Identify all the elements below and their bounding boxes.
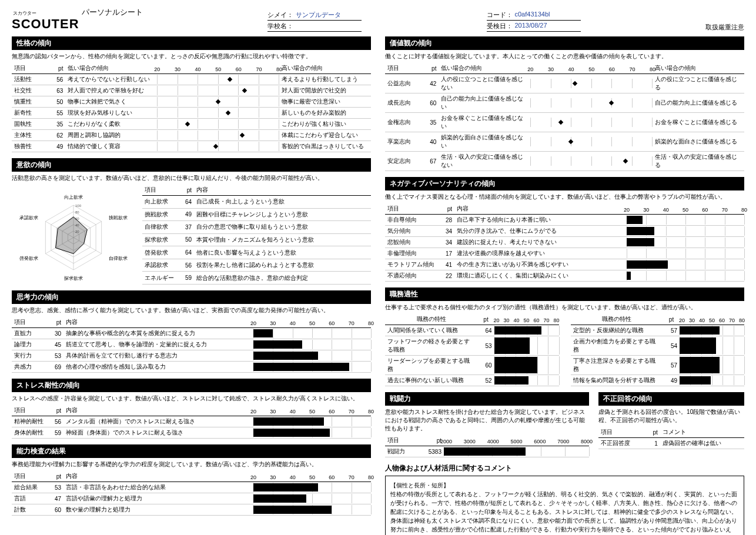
- meta-left: シメイ：サンプルデータ 学校名：: [267, 11, 362, 32]
- table-row: 安定志向67生活・収入の安定に価値を感じない生活・収入の安定に価値を感じる: [385, 152, 744, 171]
- table-row: 享楽志向40娯楽的な面白さに価値を感じない娯楽的な面白さに価値を感じる: [385, 132, 744, 152]
- section-title: 性格の傾向: [12, 36, 371, 50]
- table-row: 論理力45筋道立てて思考し、物事を論理的・定量的に捉える力: [12, 339, 371, 350]
- table-row: 独善性49情緒的で優しく寛容客観的で白黒はっきりしている: [12, 141, 371, 152]
- table-row: 啓発欲求64他者に良い影響を与えようという意欲: [142, 246, 371, 259]
- meta-right: コード：c0af43134bl 受検日：2013/08/27: [487, 11, 581, 32]
- table-row: 探求欲求50本質や理由・メカニズムを知ろうという意欲: [142, 233, 371, 246]
- table-row: 公益志向42人の役に立つことに価値を感じない人の役に立つことに価値を感じる: [385, 74, 744, 93]
- radar-chart: 20406080100向上欲求挑戦欲求自律欲求探求欲求啓発欲求承認欲求: [12, 185, 135, 285]
- table-row: 企画力や創造力を必要とする職務54: [571, 336, 745, 356]
- svg-text:向上欲求: 向上欲求: [64, 195, 83, 200]
- header: スカウター SCOUTER パーソナルシート シメイ：サンプルデータ 学校名： …: [12, 7, 744, 32]
- table-row: 精神的耐性56メンタル面（精神面）でのストレスに耐える強さ: [12, 416, 371, 427]
- section-thinking: 思考力の傾向 思考や意志、感覚、感情に基づく能力を測定しています。数値が高いほど…: [12, 290, 371, 373]
- table-row: モラトリアム傾向41今の生き方に迷いがあり不満を感じやすい: [385, 259, 744, 270]
- table-row: 向上欲求64自己成長・向上しようという意欲: [142, 196, 371, 209]
- table-row: 固執性35こだわりがなく柔軟こだわりが強く粘り強い: [12, 119, 371, 130]
- scale-ticks: 20304050607080: [157, 64, 279, 72]
- table-row: 活動性56考えてからでないと行動しない考えるよりも行動してしまう: [12, 74, 371, 85]
- table-row: 身体的耐性59神経面（身体面）でのストレスに耐える強さ: [12, 427, 371, 439]
- section-ability: 能力検査の結果 事務処理能力や理解力に影響する基礎的な学力の程度を測定しています…: [12, 444, 371, 516]
- svg-text:啓発欲求: 啓発欲求: [19, 256, 38, 261]
- table-row: 挑戦欲求49困難や目標にチャレンジしようという意欲: [142, 208, 371, 221]
- confidential-label: 取扱厳重注意: [705, 23, 744, 32]
- section-negative: ネガティブパーソナリティの傾向 働く上でマイナス要因となる心理・情緒面の傾向を測…: [385, 177, 744, 282]
- comment-box: 【個性と長所・短所】性格の特徴が長所として表れると、フットワークが軽く活動的、明…: [385, 476, 744, 535]
- section-stress: ストレス耐性の傾向 ストレスへの感度・許容量を測定しています。数値が高いほど、ス…: [12, 379, 371, 439]
- table-row: 言語47言語や語彙の理解力と処理力: [12, 493, 371, 504]
- svg-text:自律欲求: 自律欲求: [109, 256, 128, 261]
- section-motivation: 意欲の傾向 活動意欲の高さを測定しています。数値が高いほど、意欲的に仕事に取り組…: [12, 158, 371, 285]
- svg-text:探求欲求: 探求欲求: [64, 276, 83, 281]
- table-row: 気分傾向34気分の浮き沈みで、仕事にムラがでる: [385, 226, 744, 237]
- svg-text:承認欲求: 承認欲求: [19, 215, 38, 220]
- logo-ruby: スカウター: [13, 10, 79, 16]
- table-row: 主体性62周囲と調和し協調的体裁にこだわらず迎合しない: [12, 130, 371, 141]
- table-row: 慎重性50物事に大雑把で気さく物事に厳密で注意深い: [12, 96, 371, 108]
- table-row: 自律欲求37自分の意思で物事に取り組もうという意欲: [142, 221, 371, 234]
- table-row: 金権志向35お金を稼ぐことに価値を感じないお金を稼ぐことに価値を感じる: [385, 113, 744, 132]
- table-row: 非自尊傾向28自己卑下する傾向にあり本番に弱い: [385, 215, 744, 226]
- svg-text:100: 100: [75, 204, 82, 208]
- section-fraud: 不正回答の傾向 虚偽と予測される回答の度合い。10段階で数値が高い程、不正回答の…: [598, 392, 744, 457]
- section-combat: 戦闘力 意欲や能力ストレス耐性を掛け合わせた総合力を測定しています。ビジネスにお…: [385, 392, 589, 457]
- table-row: 丁寧さ注意深さを必要とする職務57: [571, 356, 745, 375]
- table-row: 非倫理傾向17違法や道義の境界線を越えやすい: [385, 248, 744, 259]
- table-row: フットワークの軽さを必要とする職務53: [385, 336, 559, 356]
- table-row: 総合結果53言語・非言語をあわせた総合的な結果: [12, 482, 371, 493]
- table-row: 悲観傾向34建設的に捉えたり、考えたりできない: [385, 237, 744, 248]
- svg-marker-16: [56, 217, 88, 254]
- table-row: 不正回答度1虚偽回答の確率は低い: [598, 438, 744, 449]
- table-row: 新奇性55現状を好み気移りしない新しいものを好み楽観的: [12, 108, 371, 119]
- table-row: 人間関係を築いていく職務64: [385, 325, 559, 336]
- section-values: 価値観の傾向 働くことに対する価値観を測定しています。本人にとっての働くことの意…: [385, 36, 744, 171]
- table-row: 直観力30抽象的な事柄や概念的な本質を感覚的に捉える力: [12, 328, 371, 339]
- table-row: 計数60数や量の理解力と処理力: [12, 504, 371, 516]
- table-row: 成長志向60自己の能力向上に価値を感じない自己の能力向上に価値を感じる: [385, 93, 744, 113]
- logo: スカウター SCOUTER パーソナルシート: [12, 7, 143, 32]
- table-row: 過去に事例のない新しい職務52: [385, 375, 559, 386]
- section-comment: 人物像および人材活用に関するコメント 【個性と長所・短所】性格の特徴が長所として…: [385, 463, 744, 535]
- logo-sub: パーソナルシート: [82, 7, 143, 18]
- table-row: 戦闘力5383: [385, 446, 589, 457]
- section-job-fit: 職務適性 仕事する上で要求される個性や能力のタイプ別の適性（職務適性）を測定して…: [385, 287, 744, 386]
- table-row: 実行力53具体的計画を立てて行動し遂行する意志力: [12, 350, 371, 362]
- svg-text:80: 80: [75, 210, 79, 214]
- table-row: 定型的・反復継続的な職務57: [571, 325, 745, 336]
- table-row: 承認欲求56役割を果たし他者に認められようとする意欲: [142, 259, 371, 272]
- logo-main: SCOUTER: [12, 16, 79, 31]
- table-row: リーダーシップを必要とする職務60: [385, 356, 559, 375]
- table-row: 共感力69他者の心理や感情を感知し汲み取る力: [12, 362, 371, 373]
- personality-table: 項目 pt 低い場合の傾向 20304050607080 高い場合の傾向 活動性…: [12, 63, 371, 152]
- table-row: 情報を集め問題を分析する職務49: [571, 375, 745, 386]
- section-personality: 性格の傾向 無意識の認知パターンから、性格の傾向を測定しています。とっさの反応や…: [12, 36, 371, 152]
- svg-text:挑戦欲求: 挑戦欲求: [109, 215, 128, 220]
- table-row: 不適応傾向22環境に適応しにくく、集団に馴染みにくい: [385, 270, 744, 282]
- table-row: 社交性63対人面で控えめで単独を好む対人面で開放的で社交的: [12, 85, 371, 96]
- table-row: エネルギー59総合的な活動意欲の強さ。意欲の総合判定: [142, 272, 371, 285]
